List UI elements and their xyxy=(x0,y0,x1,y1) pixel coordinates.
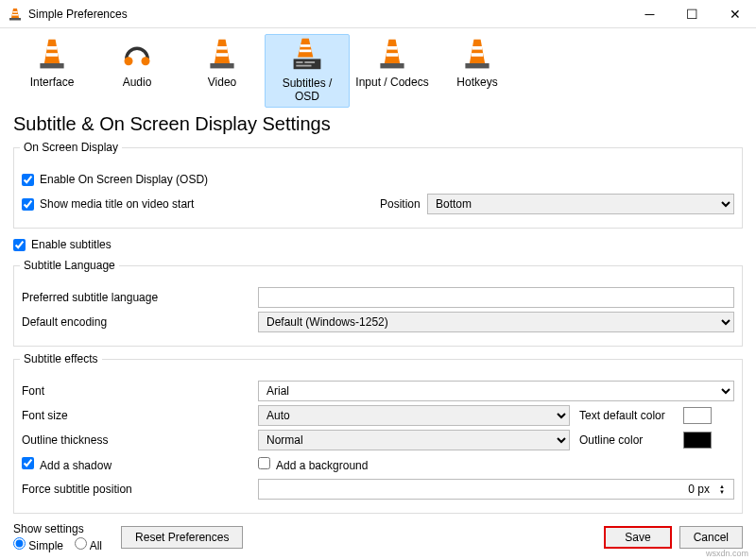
pref-lang-label: Preferred subtitle language xyxy=(22,291,258,304)
cone-icon xyxy=(375,38,409,72)
tab-input-codecs[interactable]: Input / Codecs xyxy=(350,34,435,108)
svg-rect-12 xyxy=(300,50,312,53)
svg-rect-17 xyxy=(387,46,398,50)
svg-rect-2 xyxy=(9,18,21,21)
enable-subtitles-label: Enable subtitles xyxy=(31,238,112,251)
enable-osd-label: Enable On Screen Display (OSD) xyxy=(40,173,208,186)
pref-lang-input[interactable] xyxy=(258,287,734,308)
font-size-select[interactable]: Auto xyxy=(258,405,570,426)
minimize-button[interactable]: ─ xyxy=(628,0,671,28)
group-legend: Subtitle effects xyxy=(20,352,102,365)
text-color-swatch[interactable] xyxy=(683,407,712,424)
show-title-checkbox[interactable] xyxy=(22,198,34,211)
position-select[interactable]: Bottom xyxy=(427,194,734,214)
font-label: Font xyxy=(22,384,258,398)
tab-subtitles-osd[interactable]: Subtitles / OSD xyxy=(265,34,350,108)
outline-color-swatch[interactable] xyxy=(683,432,712,449)
show-settings-label: Show settings xyxy=(13,522,102,535)
svg-rect-8 xyxy=(217,46,228,50)
enable-osd-checkbox[interactable] xyxy=(22,174,34,186)
force-position-label: Force subtitle position xyxy=(22,483,258,496)
category-toolbar: Interface Audio Video Subtitles / OSD In… xyxy=(0,28,756,110)
font-select[interactable]: Arial xyxy=(258,381,734,401)
cone-icon xyxy=(35,38,69,72)
reset-preferences-button[interactable]: Reset Preferences xyxy=(121,526,243,549)
tab-label: Subtitles / OSD xyxy=(269,76,345,103)
outline-color-label: Outline color xyxy=(570,433,683,447)
tab-label: Video xyxy=(208,76,236,89)
all-radio[interactable] xyxy=(75,537,87,550)
svg-rect-1 xyxy=(12,14,18,16)
default-encoding-label: Default encoding xyxy=(22,315,258,329)
svg-rect-4 xyxy=(46,53,59,57)
position-label: Position xyxy=(380,197,427,211)
close-button[interactable]: ✕ xyxy=(713,0,756,28)
group-effects: Subtitle effects Font Arial Font size Au… xyxy=(13,352,743,514)
maximize-button[interactable]: ☐ xyxy=(671,0,713,28)
svg-rect-0 xyxy=(13,11,18,13)
force-position-input[interactable] xyxy=(258,479,734,500)
svg-rect-11 xyxy=(301,44,311,47)
shadow-checkbox[interactable] xyxy=(22,457,34,469)
enable-subtitles-checkbox[interactable] xyxy=(13,239,26,251)
titlebar: Simple Preferences ─ ☐ ✕ xyxy=(0,0,756,28)
svg-rect-21 xyxy=(472,53,484,57)
show-settings: Show settings Simple All xyxy=(13,522,102,552)
cone-icon xyxy=(205,38,239,72)
svg-rect-14 xyxy=(296,61,302,63)
tab-interface[interactable]: Interface xyxy=(9,34,94,108)
page-title: Subtitle & On Screen Display Settings xyxy=(0,110,756,141)
tab-video[interactable]: Video xyxy=(180,34,265,108)
background-label: Add a background xyxy=(276,459,368,472)
svg-rect-9 xyxy=(216,53,229,57)
footer: Show settings Simple All Reset Preferenc… xyxy=(13,522,743,552)
text-color-label: Text default color xyxy=(570,409,683,422)
default-encoding-select[interactable]: Default (Windows-1252) xyxy=(258,312,734,332)
svg-rect-10 xyxy=(210,63,233,68)
background-checkbox[interactable] xyxy=(258,457,270,469)
svg-rect-22 xyxy=(465,63,489,68)
window-title: Simple Preferences xyxy=(28,8,628,21)
save-button[interactable]: Save xyxy=(604,526,671,549)
svg-rect-13 xyxy=(294,59,321,69)
group-legend: On Screen Display xyxy=(20,141,122,154)
outline-thickness-select[interactable]: Normal xyxy=(258,430,570,450)
svg-rect-15 xyxy=(304,61,315,63)
group-legend: Subtitle Language xyxy=(20,259,119,272)
watermark: wsxdn.com xyxy=(706,549,748,558)
svg-rect-3 xyxy=(47,46,58,50)
vlc-cone-icon xyxy=(8,7,23,22)
simple-radio[interactable] xyxy=(13,537,26,550)
group-osd: On Screen Display Enable On Screen Displ… xyxy=(13,141,743,229)
font-size-label: Font size xyxy=(22,409,258,422)
svg-rect-19 xyxy=(380,63,404,68)
tab-label: Audio xyxy=(123,76,152,89)
tab-label: Input / Codecs xyxy=(355,76,428,89)
tab-label: Interface xyxy=(30,76,75,89)
tab-hotkeys[interactable]: Hotkeys xyxy=(435,34,520,108)
headphones-icon xyxy=(120,38,154,72)
svg-point-6 xyxy=(125,57,133,65)
svg-rect-16 xyxy=(296,65,311,67)
svg-rect-20 xyxy=(472,46,483,50)
spinner-buttons[interactable]: ▲▼ xyxy=(719,484,725,495)
svg-point-7 xyxy=(142,57,150,65)
cone-icon xyxy=(460,38,494,72)
tab-audio[interactable]: Audio xyxy=(94,34,180,108)
settings-content: On Screen Display Enable On Screen Displ… xyxy=(0,141,756,531)
svg-rect-5 xyxy=(40,63,63,68)
group-language: Subtitle Language Preferred subtitle lan… xyxy=(13,259,743,347)
shadow-label: Add a shadow xyxy=(40,459,112,472)
show-title-label: Show media title on video start xyxy=(40,197,380,211)
outline-thickness-label: Outline thickness xyxy=(22,433,258,447)
cone-subtitle-icon xyxy=(290,39,324,73)
cancel-button[interactable]: Cancel xyxy=(679,526,743,549)
tab-label: Hotkeys xyxy=(456,76,497,89)
svg-rect-18 xyxy=(387,53,399,57)
